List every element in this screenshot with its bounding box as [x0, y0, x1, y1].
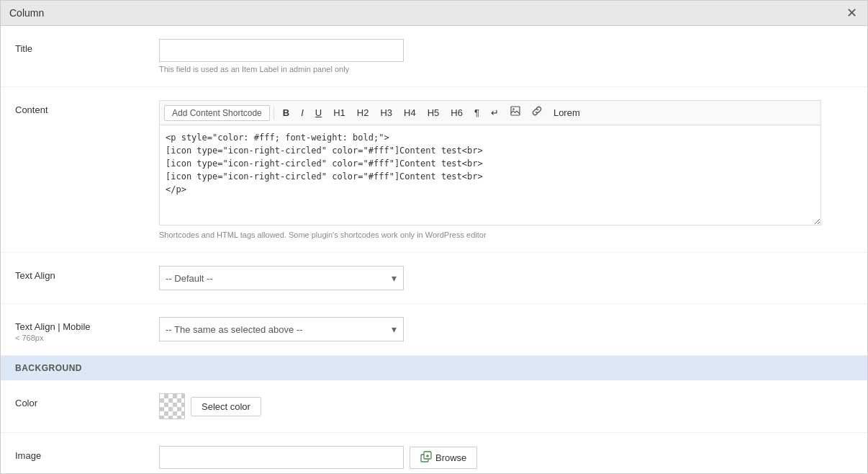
link-icon	[532, 106, 542, 116]
content-row: Content Add Content Shortcode B I U H1 H…	[1, 87, 867, 253]
h6-button[interactable]: H6	[446, 104, 468, 122]
browse-button[interactable]: Browse	[410, 447, 477, 469]
paragraph-button[interactable]: ¶	[469, 104, 484, 122]
h4-button[interactable]: H4	[399, 104, 421, 122]
underline-button[interactable]: U	[310, 104, 327, 122]
image-icon	[510, 106, 520, 116]
title-control-wrap: This field is used as an Item Label in a…	[159, 39, 853, 73]
browse-icon	[420, 451, 432, 465]
modal-title: Column	[9, 7, 44, 19]
title-label: Title	[15, 39, 159, 54]
modal: Column ✕ Title This field is used as an …	[0, 0, 868, 474]
title-row: Title This field is used as an Item Labe…	[1, 26, 867, 87]
text-align-mobile-control-wrap: -- The same as selected above -- Left Ce…	[159, 317, 853, 341]
text-align-label: Text Align	[15, 266, 159, 281]
svg-point-1	[512, 108, 514, 109]
browse-label: Browse	[435, 452, 466, 463]
h3-button[interactable]: H3	[375, 104, 397, 122]
color-swatch-wrap: Select color	[159, 393, 853, 419]
italic-button[interactable]: I	[296, 104, 309, 122]
text-align-mobile-select[interactable]: -- The same as selected above -- Left Ce…	[159, 317, 404, 341]
color-swatch[interactable]	[159, 393, 185, 419]
color-label: Color	[15, 393, 159, 408]
image-url-input[interactable]	[159, 446, 404, 469]
text-align-mobile-select-wrap: -- The same as selected above -- Left Ce…	[159, 317, 404, 341]
bold-button[interactable]: B	[278, 104, 294, 122]
text-align-mobile-label: Text Align | Mobile < 768px	[15, 317, 159, 342]
toolbar-divider-1	[273, 107, 274, 120]
image-control-wrap: Browse	[159, 446, 853, 469]
modal-header: Column ✕	[1, 1, 867, 26]
image-label: Image	[15, 446, 159, 461]
content-hint: Shortcodes and HTML tags allowed. Some p…	[159, 231, 853, 239]
h1-button[interactable]: H1	[328, 104, 351, 122]
content-textarea[interactable]: <p style="color: #fff; font-weight: bold…	[159, 125, 821, 225]
link-button[interactable]	[527, 104, 547, 122]
svg-rect-0	[511, 107, 520, 115]
select-color-button[interactable]: Select color	[191, 397, 261, 416]
color-row: Color Select color	[1, 380, 867, 433]
content-label: Content	[15, 100, 159, 115]
h5-button[interactable]: H5	[422, 104, 445, 122]
text-align-select[interactable]: -- Default -- Left Center Right Justify	[159, 266, 404, 290]
text-align-row: Text Align -- Default -- Left Center Rig…	[1, 253, 867, 304]
title-input[interactable]	[159, 39, 404, 62]
background-section-header: BACKGROUND	[1, 356, 867, 380]
h2-button[interactable]: H2	[352, 104, 374, 122]
lorem-button[interactable]: Lorem	[548, 104, 585, 122]
image-button[interactable]	[505, 104, 525, 122]
image-inputs: Browse	[159, 446, 853, 469]
text-align-select-wrap: -- Default -- Left Center Right Justify	[159, 266, 404, 290]
enter-button[interactable]: ↵	[486, 104, 504, 122]
content-control-wrap: Add Content Shortcode B I U H1 H2 H3 H4 …	[159, 100, 853, 239]
color-control-wrap: Select color	[159, 393, 853, 419]
title-hint: This field is used as an Item Label in a…	[159, 65, 853, 73]
text-align-control-wrap: -- Default -- Left Center Right Justify	[159, 266, 853, 290]
text-align-mobile-row: Text Align | Mobile < 768px -- The same …	[1, 304, 867, 356]
modal-close-button[interactable]: ✕	[845, 6, 859, 19]
modal-body: Title This field is used as an Item Labe…	[1, 26, 867, 473]
content-toolbar: Add Content Shortcode B I U H1 H2 H3 H4 …	[159, 100, 821, 125]
image-row: Image Browse	[1, 433, 867, 473]
add-shortcode-button[interactable]: Add Content Shortcode	[164, 105, 270, 121]
